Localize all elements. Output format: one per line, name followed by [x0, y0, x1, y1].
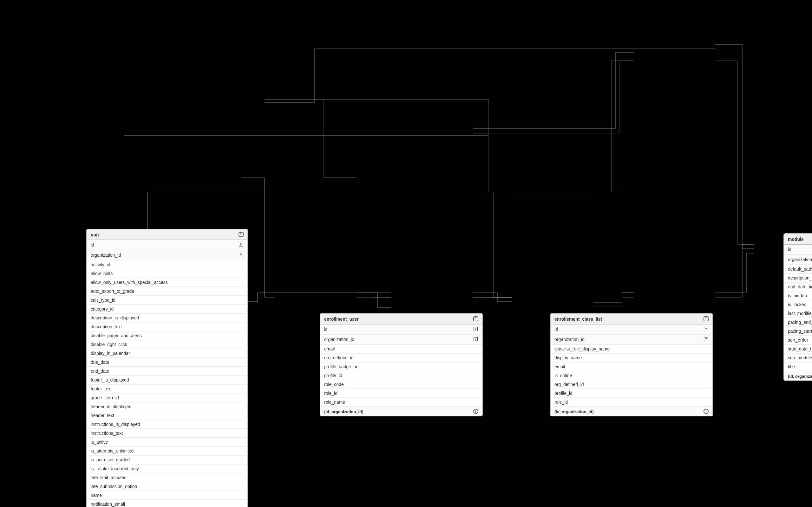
table-column: is_retake_incorrect_only: [87, 464, 247, 473]
table-column: end_date_time: [784, 283, 812, 291]
table-column: allow_hints: [87, 269, 247, 278]
column-name: start_date_time: [788, 347, 812, 351]
table-column: org_defined_id: [320, 354, 482, 362]
table-column: activity_id: [87, 261, 247, 269]
column-name: default_path: [788, 267, 812, 271]
relationship-line: [715, 244, 754, 297]
column-name: header_text: [91, 413, 114, 418]
table-column: default_path: [784, 265, 812, 274]
entity-table-enrollment_user[interactable]: enrollment_userid⚿organization_id⚿emailo…: [320, 313, 483, 416]
table-column-pk: id⚿: [87, 240, 247, 250]
column-name: allow_only_users_with_special_access: [91, 280, 168, 285]
table-column: email: [320, 345, 482, 354]
table-column: notification_email: [87, 500, 247, 507]
relationship-line: [241, 293, 391, 302]
table-column: header_is_displayed: [87, 402, 247, 411]
expand-icon[interactable]: [704, 316, 709, 321]
expand-icon[interactable]: [473, 316, 478, 321]
table-column: role_code: [320, 380, 482, 389]
column-name: description_is_displayed: [91, 316, 139, 320]
column-name: activity_id: [91, 262, 110, 267]
column-name: end_date_time: [788, 285, 812, 289]
entity-table-module[interactable]: moduleid⚿organization_id⚿default_pathdes…: [783, 233, 812, 381]
table-title: quiz: [91, 232, 100, 237]
relationship-line: [124, 133, 488, 135]
relationship-line: [264, 99, 488, 133]
table-column: is_locked: [784, 300, 812, 309]
expand-icon[interactable]: [239, 232, 244, 237]
column-name: id: [788, 247, 792, 251]
column-name: role_name: [324, 400, 345, 404]
table-column: sub_modules: [784, 354, 812, 362]
column-name: profile_id: [554, 391, 572, 395]
table-column: due_date: [87, 358, 247, 367]
table-column: email: [551, 362, 712, 372]
table-column: description_text: [784, 274, 812, 283]
info-icon[interactable]: i: [473, 409, 478, 414]
table-title: enrollement_class_list: [554, 317, 602, 321]
column-name: header_is_displayed: [91, 404, 131, 409]
column-name: role_code: [324, 382, 344, 387]
entity-table-enrollement_class_list[interactable]: enrollement_class_listid⚿organization_id…: [550, 313, 713, 416]
table-column: disable_pager_and_alerts: [87, 331, 247, 340]
relationship-line: [473, 53, 634, 129]
footer-text: (id, organization_id): [554, 409, 594, 413]
table-title: enrollment_user: [324, 317, 359, 321]
entity-table-quiz[interactable]: quizid⚿organization_id⚿activity_idallow_…: [86, 229, 248, 507]
table-column: calc_type_id: [87, 296, 247, 305]
column-name: notification_email: [91, 502, 125, 506]
relationship-line: [715, 61, 754, 244]
table-column: auto_export_to_grade: [87, 287, 247, 296]
table-column: instructions_is_displayed: [87, 420, 247, 429]
table-column: pacing_end_date: [784, 318, 812, 327]
table-column: role_id: [320, 389, 482, 398]
table-header[interactable]: module: [784, 234, 812, 245]
column-name: description_text: [788, 276, 812, 280]
table-header[interactable]: quiz: [87, 229, 247, 240]
footer-text: (id, organization_id): [324, 409, 363, 413]
column-name: id: [324, 327, 328, 331]
relationship-line: [473, 61, 634, 133]
table-column: is_online: [551, 372, 712, 380]
column-name: footer_is_displayed: [91, 378, 129, 382]
table-column-pk: id⚿: [320, 325, 482, 335]
column-name: sub_modules: [788, 355, 812, 360]
column-name: org_defined_id: [324, 355, 354, 360]
table-column: header_text: [87, 411, 247, 420]
column-name: pacing_end_date: [788, 320, 812, 325]
column-name: category_id: [91, 307, 113, 311]
column-name: disable_right_click: [91, 342, 127, 347]
column-name: organization_id: [554, 337, 585, 342]
table-column: display_in_calendar: [87, 349, 247, 358]
relationship-line: [594, 192, 634, 297]
table-column: profile_id: [551, 389, 712, 398]
table-column: name: [87, 491, 247, 500]
column-name: pacing_start_date: [788, 329, 812, 333]
table-column: grade_item_id: [87, 394, 247, 402]
table-column: role_name: [320, 398, 482, 407]
column-name: id: [91, 243, 94, 247]
table-header[interactable]: enrollment_user: [320, 314, 482, 325]
table-column: start_date_time: [784, 345, 812, 354]
column-name: grade_item_id: [91, 395, 119, 400]
table-column-pk: organization_id⚿: [320, 335, 482, 345]
table-column: category_id: [87, 305, 247, 314]
info-icon[interactable]: i: [704, 409, 709, 414]
column-name: late_submission_option: [91, 484, 137, 489]
column-name: classlist_role_display_name: [554, 347, 610, 351]
table-column: title: [784, 362, 812, 372]
column-name: due_date: [91, 360, 109, 364]
table-column-pk: organization_id⚿: [784, 255, 812, 265]
column-name: auto_export_to_grade: [91, 289, 134, 293]
primary-key-icon: ⚿: [239, 242, 244, 248]
table-header[interactable]: enrollement_class_list: [551, 314, 712, 325]
table-footer: (id, organization_id)i: [784, 372, 812, 380]
primary-key-icon: ⚿: [473, 326, 478, 332]
table-column: footer_is_displayed: [87, 376, 247, 385]
table-column: last_modified_date: [784, 309, 812, 318]
table-column: role_id: [551, 398, 712, 407]
table-column: is_active: [87, 438, 247, 447]
relationship-line: [473, 293, 512, 302]
relationship-line: [594, 293, 634, 302]
table-footer: (id, organization_id)i: [551, 407, 712, 416]
